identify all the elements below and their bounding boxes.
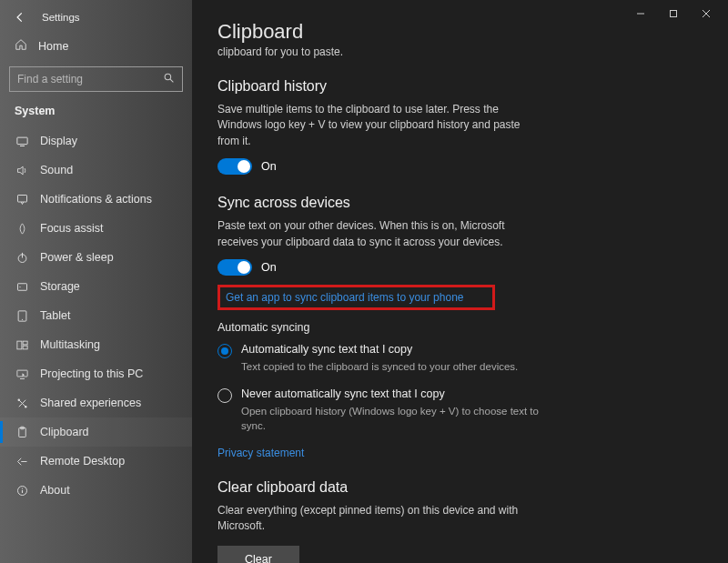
auto-syncing-title: Automatic syncing (217, 321, 703, 334)
svg-point-10 (21, 318, 22, 319)
clear-heading: Clear clipboard data (217, 479, 703, 496)
sidebar-item-power-sleep[interactable]: Power & sleep (0, 243, 192, 272)
sidebar-home-label: Home (38, 40, 68, 53)
main-panel: Clipboard clipboard for you to paste. Cl… (192, 0, 728, 563)
sidebar-home[interactable]: Home (0, 29, 192, 59)
sync-toggle-label: On (261, 261, 277, 274)
sidebar-item-label: Storage (40, 280, 80, 293)
sync-toggle[interactable] (217, 259, 252, 276)
radio-auto-sync-label: Automatically sync text that I copy (241, 343, 518, 356)
sync-desc: Paste text on your other devices. When t… (217, 218, 527, 250)
app-label: Settings (42, 12, 80, 23)
svg-point-16 (25, 406, 27, 408)
svg-rect-13 (23, 346, 27, 349)
sidebar-item-notifications[interactable]: Notifications & actions (0, 185, 192, 214)
sidebar-item-focus-assist[interactable]: Focus assist (0, 214, 192, 243)
svg-line-1 (170, 79, 173, 82)
svg-rect-7 (17, 283, 26, 290)
radio-never-sync[interactable] (217, 388, 232, 403)
arrow-left-icon (14, 11, 26, 24)
radio-auto-sync-sub: Text copied to the clipboard is synced t… (241, 359, 518, 375)
projecting-icon (15, 367, 29, 381)
shared-icon (15, 396, 29, 410)
svg-point-0 (165, 74, 171, 80)
sidebar-item-projecting[interactable]: Projecting to this PC (0, 359, 192, 388)
sidebar-item-shared-experiences[interactable]: Shared experiences (0, 388, 192, 417)
sidebar-item-multitasking[interactable]: Multitasking (0, 330, 192, 359)
search-icon (163, 72, 175, 86)
sidebar-item-tablet[interactable]: Tablet (0, 301, 192, 330)
notifications-icon (15, 192, 29, 206)
sidebar-item-sound[interactable]: Sound (0, 156, 192, 185)
sidebar-item-label: Multitasking (40, 338, 100, 351)
svg-point-8 (19, 286, 20, 287)
focus-icon (15, 221, 29, 236)
radio-auto-sync[interactable] (217, 344, 232, 358)
search-input[interactable] (17, 73, 163, 85)
sidebar-item-about[interactable]: About (0, 476, 192, 505)
display-icon (15, 134, 29, 148)
close-icon (702, 9, 711, 18)
sound-icon (15, 163, 29, 177)
sidebar-item-clipboard[interactable]: Clipboard (0, 417, 192, 447)
history-toggle[interactable] (217, 158, 252, 175)
minimize-button[interactable] (624, 4, 657, 24)
svg-rect-12 (23, 341, 27, 345)
sidebar-item-label: Power & sleep (40, 251, 114, 264)
clear-button[interactable]: Clear (217, 546, 299, 563)
sidebar-item-label: Sound (40, 164, 73, 176)
sidebar-item-label: Clipboard (40, 426, 89, 438)
sidebar-section-title: System (0, 101, 192, 126)
svg-rect-2 (16, 137, 26, 145)
history-desc: Save multiple items to the clipboard to … (217, 102, 527, 149)
sidebar-item-storage[interactable]: Storage (0, 272, 192, 301)
svg-rect-11 (16, 341, 21, 349)
radio-never-sync-sub: Open clipboard history (Windows logo key… (241, 404, 541, 434)
maximize-button[interactable] (657, 4, 690, 24)
page-subtitle: clipboard for you to paste. (217, 45, 703, 58)
multitasking-icon (15, 337, 29, 352)
radio-never-sync-label: Never automatically sync text that I cop… (241, 387, 541, 400)
sidebar-item-display[interactable]: Display (0, 126, 192, 156)
sidebar-item-label: Projecting to this PC (40, 367, 143, 380)
power-icon (15, 250, 29, 265)
back-button[interactable] (11, 8, 29, 26)
highlighted-link-box: Get an app to sync clipboard items to yo… (217, 285, 495, 310)
minimize-icon (636, 9, 645, 18)
maximize-icon (669, 9, 678, 18)
sidebar-item-label: Remote Desktop (40, 455, 125, 467)
remote-icon (15, 454, 29, 468)
history-heading: Clipboard history (217, 78, 703, 95)
tablet-icon (15, 308, 29, 323)
sidebar-item-label: Focus assist (40, 222, 103, 235)
storage-icon (15, 279, 29, 294)
clear-desc: Clear everything (except pinned items) o… (217, 503, 527, 535)
svg-rect-23 (671, 11, 677, 17)
home-icon (15, 38, 27, 54)
sidebar-item-label: Shared experiences (40, 397, 141, 409)
clipboard-icon (15, 425, 29, 439)
history-toggle-label: On (261, 160, 277, 173)
privacy-link[interactable]: Privacy statement (217, 447, 304, 459)
get-app-link[interactable]: Get an app to sync clipboard items to yo… (226, 291, 464, 304)
sidebar-item-label: About (40, 484, 70, 497)
sync-heading: Sync across devices (217, 195, 703, 211)
sidebar-item-label: Tablet (40, 309, 70, 322)
search-input-wrap[interactable] (9, 66, 183, 92)
svg-rect-4 (17, 195, 26, 202)
about-icon (15, 483, 29, 498)
svg-point-15 (17, 398, 20, 401)
close-button[interactable] (690, 4, 723, 24)
window-controls (624, 4, 723, 24)
sidebar-item-remote-desktop[interactable]: Remote Desktop (0, 447, 192, 476)
svg-point-21 (21, 488, 22, 488)
sidebar-item-label: Notifications & actions (40, 193, 152, 206)
sidebar: Settings Home System Display Sound Notif… (0, 0, 192, 563)
sidebar-item-label: Display (40, 135, 77, 147)
